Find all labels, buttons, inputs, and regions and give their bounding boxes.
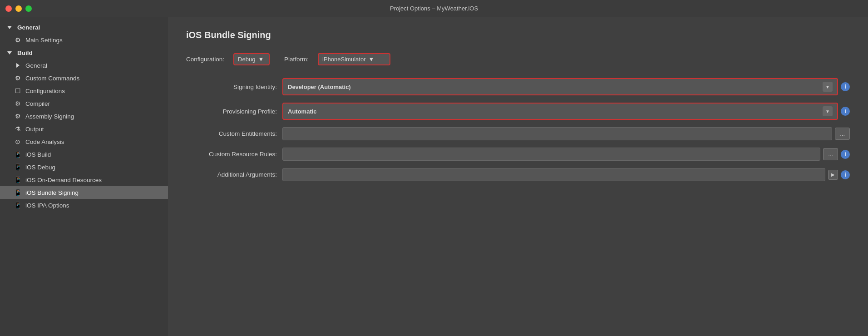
signing-identity-info-button[interactable]: i — [841, 82, 850, 91]
window-title: Project Options – MyWeather.iOS — [390, 5, 478, 12]
platform-label: Platform: — [284, 56, 309, 63]
signing-identity-value: Developer (Automatic) — [288, 84, 823, 90]
custom-entitlements-browse-button[interactable]: ... — [835, 128, 850, 140]
platform-value: iPhoneSimulator — [322, 56, 365, 63]
sidebar-item-configurations[interactable]: ☐ Configurations — [0, 84, 168, 97]
custom-resource-rules-label: Custom Resource Rules: — [186, 151, 277, 158]
additional-arguments-play-button[interactable]: ▶ — [828, 170, 838, 180]
chevron-down-icon[interactable]: ▼ — [823, 82, 833, 92]
mobile-icon: 📱 — [14, 176, 22, 184]
additional-arguments-input[interactable] — [282, 168, 825, 181]
mobile-icon: 📱 — [14, 188, 22, 197]
sidebar-item-label: General — [25, 62, 47, 69]
triangle-down-icon — [5, 23, 14, 31]
sidebar-item-build-header[interactable]: Build — [0, 46, 168, 59]
sidebar-item-label: Assembly Signing — [25, 113, 74, 120]
provisioning-profile-value: Automatic — [288, 108, 823, 115]
sidebar-item-label: Custom Commands — [25, 75, 79, 82]
square-icon: ☐ — [14, 87, 22, 95]
additional-arguments-row: Additional Arguments: ▶ i — [186, 168, 850, 181]
minimize-button[interactable] — [15, 5, 22, 12]
sidebar-item-label: Output — [25, 126, 44, 133]
chevron-down-icon: ▼ — [258, 56, 264, 63]
main-layout: General ⚙ Main Settings Build General ⚙ … — [0, 17, 868, 336]
signing-identity-row: Signing Identity: Developer (Automatic) … — [186, 78, 850, 95]
custom-resource-rules-info-button[interactable]: i — [841, 150, 850, 159]
gear-icon: ⚙ — [14, 36, 22, 44]
configuration-dropdown[interactable]: Debug ▼ — [233, 53, 270, 65]
provisioning-profile-label: Provisioning Profile: — [186, 108, 277, 115]
sidebar-item-custom-commands[interactable]: ⚙ Custom Commands — [0, 72, 168, 84]
sidebar-item-assembly-signing[interactable]: ⚙ Assembly Signing — [0, 110, 168, 123]
additional-arguments-input-area: ▶ i — [282, 168, 850, 181]
provisioning-profile-row: Provisioning Profile: Automatic ▼ i — [186, 103, 850, 120]
custom-resource-rules-input-area: ... i — [282, 148, 850, 161]
close-button[interactable] — [5, 5, 12, 12]
sidebar-item-code-analysis[interactable]: ⊙ Code Analysis — [0, 135, 168, 148]
custom-entitlements-label: Custom Entitlements: — [186, 130, 277, 137]
sidebar-item-label: Code Analysis — [25, 138, 64, 145]
config-label: Configuration: — [186, 56, 224, 63]
triangle-right-icon — [14, 61, 22, 69]
mobile-icon: 📱 — [14, 150, 22, 158]
sidebar-item-output[interactable]: ⚗ Output — [0, 123, 168, 135]
custom-resource-rules-row: Custom Resource Rules: ... i — [186, 148, 850, 161]
sidebar-item-label: Main Settings — [25, 37, 63, 44]
custom-resource-rules-input[interactable] — [282, 148, 820, 161]
sidebar-item-ios-ipa-options[interactable]: 📱 iOS IPA Options — [0, 199, 168, 212]
provisioning-profile-info-button[interactable]: i — [841, 107, 850, 116]
custom-resource-rules-browse-button[interactable]: ... — [823, 148, 838, 160]
gear-icon: ⚙ — [14, 112, 22, 120]
sidebar-item-main-settings[interactable]: ⚙ Main Settings — [0, 34, 168, 46]
gear-icon: ⚙ — [14, 74, 22, 82]
sidebar-item-label: iOS IPA Options — [25, 202, 69, 209]
maximize-button[interactable] — [25, 5, 32, 12]
mobile-icon: 📱 — [14, 201, 22, 209]
provisioning-profile-input-area: Automatic ▼ i — [282, 103, 850, 120]
additional-arguments-label: Additional Arguments: — [186, 171, 277, 178]
platform-dropdown[interactable]: iPhoneSimulator ▼ — [318, 53, 390, 65]
sidebar-item-ios-build[interactable]: 📱 iOS Build — [0, 148, 168, 161]
provisioning-profile-select[interactable]: Automatic ▼ — [282, 103, 838, 120]
sidebar-item-ios-debug[interactable]: 📱 iOS Debug — [0, 161, 168, 173]
triangle-down-icon — [5, 49, 14, 57]
sidebar-item-label: iOS Debug — [25, 164, 55, 171]
custom-entitlements-input[interactable] — [282, 127, 832, 140]
custom-entitlements-input-area: ... — [282, 127, 850, 140]
content-area: iOS Bundle Signing Configuration: Debug … — [168, 17, 868, 336]
sidebar-item-ios-bundle-signing[interactable]: 📱 iOS Bundle Signing — [0, 186, 168, 199]
sidebar-item-label: iOS On-Demand Resources — [25, 177, 102, 183]
signing-identity-label: Signing Identity: — [186, 84, 277, 90]
chevron-down-icon[interactable]: ▼ — [823, 106, 833, 116]
sidebar-item-build-general[interactable]: General — [0, 59, 168, 72]
settings-wheel-icon: ⚙ — [14, 99, 22, 108]
flask-icon: ⚗ — [14, 125, 22, 133]
config-platform-row: Configuration: Debug ▼ Platform: iPhoneS… — [186, 53, 850, 65]
page-title: iOS Bundle Signing — [186, 30, 850, 40]
sidebar-item-label: iOS Bundle Signing — [25, 189, 79, 196]
sidebar-item-general-header[interactable]: General — [0, 21, 168, 34]
sidebar-item-label: Compiler — [25, 100, 50, 107]
custom-entitlements-row: Custom Entitlements: ... — [186, 127, 850, 140]
sidebar: General ⚙ Main Settings Build General ⚙ … — [0, 17, 168, 336]
sidebar-item-label: Configurations — [25, 88, 65, 94]
sidebar-item-label: iOS Build — [25, 151, 51, 158]
window-controls — [5, 5, 32, 12]
additional-arguments-info-button[interactable]: i — [841, 170, 850, 179]
signing-identity-select[interactable]: Developer (Automatic) ▼ — [282, 78, 838, 95]
config-value: Debug — [238, 56, 255, 63]
circle-dot-icon: ⊙ — [14, 138, 22, 146]
title-bar: Project Options – MyWeather.iOS — [0, 0, 868, 17]
chevron-down-icon: ▼ — [368, 56, 374, 63]
sidebar-item-compiler[interactable]: ⚙ Compiler — [0, 97, 168, 110]
sidebar-item-label: Build — [17, 49, 33, 56]
signing-identity-input-area: Developer (Automatic) ▼ i — [282, 78, 850, 95]
sidebar-item-ios-on-demand[interactable]: 📱 iOS On-Demand Resources — [0, 173, 168, 186]
sidebar-item-label: General — [17, 24, 40, 31]
mobile-icon: 📱 — [14, 163, 22, 171]
